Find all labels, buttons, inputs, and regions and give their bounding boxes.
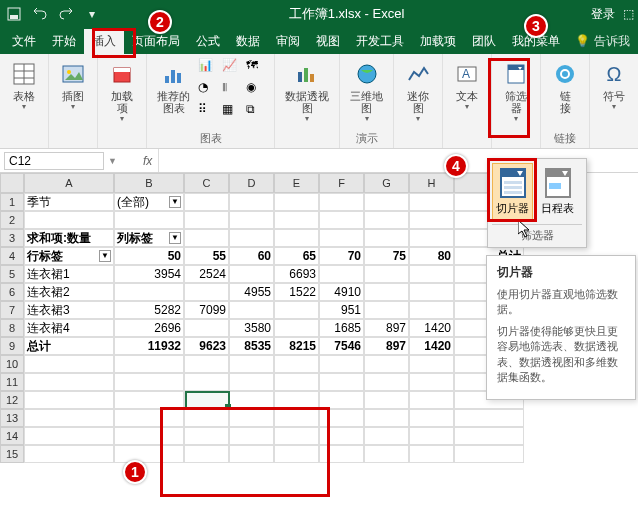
cell[interactable] [229,391,274,409]
col-header[interactable]: H [409,173,454,193]
col-header[interactable]: G [364,173,409,193]
col-header[interactable]: E [274,173,319,193]
cell[interactable]: 5282 [114,301,184,319]
cell[interactable] [24,391,114,409]
cell[interactable] [114,391,184,409]
cell[interactable] [409,283,454,301]
cell[interactable] [274,409,319,427]
symbols-button[interactable]: Ω 符号 ▾ [596,58,632,146]
cell[interactable]: (全部)▼ [114,193,184,211]
cell[interactable]: 70 [319,247,364,265]
login-link[interactable]: 登录 [591,6,615,23]
row-header[interactable]: 1 [0,193,24,211]
cell[interactable] [274,319,319,337]
menu-加载项[interactable]: 加载项 [412,29,464,54]
cell[interactable]: 897 [364,319,409,337]
cell[interactable] [409,301,454,319]
cell[interactable]: 1522 [274,283,319,301]
cell[interactable] [24,445,114,463]
addins-button[interactable]: 加载 项 ▾ [104,58,140,146]
cell[interactable] [319,445,364,463]
cell[interactable] [364,355,409,373]
col-header[interactable]: B [114,173,184,193]
cell[interactable]: 求和项:数量 [24,229,114,247]
col-header[interactable]: A [24,173,114,193]
cell[interactable] [364,193,409,211]
row-header[interactable]: 10 [0,355,24,373]
cell[interactable] [319,265,364,283]
cell[interactable] [229,193,274,211]
stat-chart-icon[interactable]: ⫴ [222,80,244,100]
cell[interactable] [454,445,524,463]
row-header[interactable]: 9 [0,337,24,355]
cell[interactable]: 8535 [229,337,274,355]
cell[interactable] [114,373,184,391]
cell[interactable] [184,427,229,445]
cell[interactable] [409,265,454,283]
cell[interactable] [364,427,409,445]
cell[interactable] [364,229,409,247]
cell[interactable]: 行标签▼ [24,247,114,265]
cell[interactable] [274,373,319,391]
3dmap-button[interactable]: 三维地 图 ▾ [346,58,387,129]
cell[interactable]: 7099 [184,301,229,319]
cell[interactable]: 连衣裙4 [24,319,114,337]
cell[interactable]: 65 [274,247,319,265]
cell[interactable]: 季节 [24,193,114,211]
cell[interactable] [184,319,229,337]
row-header[interactable]: 3 [0,229,24,247]
cell[interactable]: 列标签▼ [114,229,184,247]
cell[interactable] [409,391,454,409]
col-header[interactable]: D [229,173,274,193]
cell[interactable] [24,355,114,373]
cell[interactable] [364,445,409,463]
col-header[interactable]: C [184,173,229,193]
recommended-charts-button[interactable]: 推荐的 图表 [153,58,194,129]
cell[interactable]: 1420 [409,337,454,355]
menu-开始[interactable]: 开始 [44,29,84,54]
select-all-corner[interactable] [0,173,24,193]
cell[interactable] [114,445,184,463]
cell[interactable]: 8215 [274,337,319,355]
row-header[interactable]: 2 [0,211,24,229]
menu-审阅[interactable]: 审阅 [268,29,308,54]
pie-chart-icon[interactable]: ◉ [246,80,268,100]
cell[interactable] [24,211,114,229]
col-header[interactable]: F [319,173,364,193]
cell[interactable]: 连衣裙1 [24,265,114,283]
cell[interactable] [184,409,229,427]
filter-dropdown-icon[interactable]: ▼ [169,232,181,244]
cell[interactable] [409,445,454,463]
cell[interactable] [364,211,409,229]
cell[interactable]: 1420 [409,319,454,337]
row-header[interactable]: 15 [0,445,24,463]
cell[interactable] [184,391,229,409]
cell[interactable]: 11932 [114,337,184,355]
cell[interactable]: 897 [364,337,409,355]
row-header[interactable]: 11 [0,373,24,391]
cell[interactable]: 连衣裙2 [24,283,114,301]
cell[interactable]: 951 [319,301,364,319]
filter-dropdown-icon[interactable]: ▼ [169,196,181,208]
slicer-menu-item[interactable]: 切片器 [492,163,533,220]
cell[interactable] [409,193,454,211]
cell[interactable] [319,373,364,391]
cell[interactable] [454,427,524,445]
cell[interactable] [409,427,454,445]
menu-插入[interactable]: 插入 [84,29,124,54]
cell[interactable] [454,409,524,427]
row-header[interactable]: 6 [0,283,24,301]
redo-icon[interactable] [56,4,76,24]
cell[interactable]: 6693 [274,265,319,283]
cell[interactable] [319,211,364,229]
namebox-dropdown-icon[interactable]: ▼ [108,156,117,166]
name-box[interactable] [4,152,104,170]
cell[interactable] [364,265,409,283]
fx-icon[interactable]: fx [137,154,158,168]
cell[interactable] [184,373,229,391]
cell[interactable]: 55 [184,247,229,265]
cell[interactable] [229,355,274,373]
filter-dropdown-icon[interactable]: ▼ [99,250,111,262]
cell[interactable] [319,427,364,445]
cell[interactable] [114,211,184,229]
